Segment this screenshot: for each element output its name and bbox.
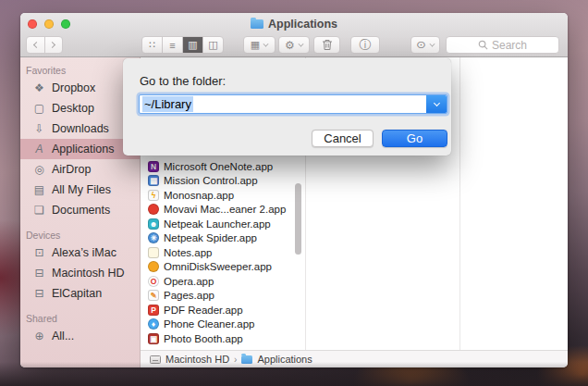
hard-drive-icon: [150, 355, 161, 364]
chevron-down-icon: [433, 99, 439, 106]
sidebar-item-airdrop[interactable]: ◎ AirDrop: [20, 159, 140, 180]
sidebar-item-all-my-files[interactable]: ▤ All My Files: [20, 180, 140, 200]
file-row[interactable]: ♦ Phone Cleaner.app: [141, 318, 305, 332]
app-icon: P: [148, 305, 159, 316]
app-icon: ♦: [148, 318, 159, 330]
sidebar-item-label: Desktop: [52, 102, 94, 115]
back-forward-group: [26, 36, 63, 54]
file-row[interactable]: Movavi Mac...eaner 2.app: [141, 203, 305, 218]
file-name: PDF Reader.app: [164, 305, 243, 316]
file-name: Phone Cleaner.app: [164, 318, 254, 330]
folder-icon: [241, 355, 252, 364]
action-menu-button[interactable]: ⚙: [278, 36, 310, 54]
window-title: Applications: [268, 18, 337, 31]
sidebar-item-label: Documents: [52, 204, 110, 217]
sidebar-item-label: Dropbox: [52, 81, 95, 94]
hard-drive-icon: ⊟: [32, 287, 46, 300]
chevron-left-icon: [33, 42, 40, 48]
chevron-right-icon: [49, 42, 55, 48]
downloads-icon: ⇩: [32, 122, 46, 135]
sidebar-item-alexas-imac[interactable]: ⊡ Alexa’s iMac: [20, 243, 140, 263]
sidebar-header-shared: Shared: [20, 311, 140, 326]
app-icon: O: [148, 276, 159, 287]
get-info-button[interactable]: ⓘ: [350, 36, 380, 54]
column-view-icon: ▥: [188, 39, 197, 51]
sidebar-item-dropbox[interactable]: ❖ Dropbox: [20, 78, 140, 98]
applications-icon: A: [32, 143, 46, 156]
cancel-button-label: Cancel: [324, 131, 361, 145]
all-my-files-icon: ▤: [32, 183, 46, 196]
search-placeholder: Search: [492, 39, 527, 52]
path-item-disk[interactable]: Macintosh HD: [165, 354, 229, 365]
trash-icon: [322, 39, 333, 51]
sidebar-item-documents[interactable]: ❏ Documents: [20, 200, 140, 220]
file-row[interactable]: ▣ Photo Booth.app: [141, 331, 305, 346]
sidebar-item-label: AirDrop: [52, 163, 91, 176]
eye-icon: ⊙: [416, 39, 426, 51]
search-input[interactable]: Search: [446, 36, 559, 54]
file-name: Opera.app: [164, 276, 214, 287]
dialog-label: Go to the folder:: [140, 74, 226, 88]
sidebar-item-label: All...: [52, 330, 74, 342]
window-chrome: Applications ∷ ≡ ▥ ◫ ▦ ⚙: [20, 13, 568, 57]
hard-drive-icon: ⊟: [32, 267, 46, 280]
chevron-down-icon: [263, 41, 269, 46]
cancel-button[interactable]: Cancel: [312, 130, 374, 147]
sidebar-item-downloads[interactable]: ⇩ Downloads: [20, 118, 140, 139]
file-row[interactable]: ϟ Monosnap.app: [141, 188, 305, 203]
documents-icon: ❏: [32, 204, 46, 217]
sidebar-item-elcapitan[interactable]: ⊟ ElCapitan: [20, 283, 140, 304]
airdrop-icon: ◎: [32, 163, 46, 176]
file-row[interactable]: OmniDiskSweeper.app: [141, 260, 305, 275]
folder-path-input[interactable]: ~/Library: [139, 94, 447, 114]
combo-dropdown-button[interactable]: [426, 95, 447, 113]
app-icon: ▣: [148, 333, 159, 344]
scrollbar-thumb[interactable]: [295, 183, 301, 255]
list-view-button[interactable]: ≡: [163, 37, 183, 53]
back-button[interactable]: [27, 37, 45, 53]
sidebar-item-macintosh-hd[interactable]: ⊟ Macintosh HD: [20, 263, 140, 283]
file-name: Microsoft OneNote.app: [164, 161, 273, 172]
folder-path-value: ~/Library: [142, 96, 193, 112]
file-name: Netpeak Spider.app: [164, 232, 257, 243]
column-divider: [459, 57, 460, 350]
sidebar-item-label: Applications: [52, 143, 114, 156]
path-separator: ›: [234, 355, 237, 365]
file-row[interactable]: P PDF Reader.app: [141, 303, 305, 318]
gear-icon: ⚙: [285, 39, 295, 52]
show-hidden-files-button[interactable]: ⊙: [410, 36, 440, 54]
path-item-folder[interactable]: Applications: [257, 354, 312, 365]
file-name: Pages.app: [164, 290, 214, 301]
coverflow-view-button[interactable]: ◫: [203, 37, 223, 53]
sidebar-item-applications[interactable]: A Applications: [20, 139, 140, 159]
sidebar-item-desktop[interactable]: ▢ Desktop: [20, 98, 140, 118]
file-name: Netpeak Launcher.app: [164, 218, 271, 230]
file-name: Notes.app: [164, 247, 212, 258]
app-icon: N: [148, 161, 159, 172]
sidebar-item-label: Alexa’s iMac: [52, 246, 116, 259]
file-row[interactable]: N Microsoft OneNote.app: [141, 159, 305, 174]
delete-button[interactable]: [313, 36, 340, 54]
forward-button[interactable]: [45, 37, 63, 53]
file-row[interactable]: ✳ Netpeak Spider.app: [141, 231, 305, 246]
file-row[interactable]: ☻ Netpeak Launcher.app: [141, 217, 305, 231]
arrange-button[interactable]: ▦: [243, 36, 276, 54]
coverflow-view-icon: ◫: [208, 39, 217, 51]
column-view-button[interactable]: ▥: [183, 37, 203, 53]
sidebar-item-all-shared[interactable]: ⊕ All...: [20, 326, 140, 346]
search-icon: [478, 40, 488, 50]
file-row[interactable]: O Opera.app: [141, 274, 305, 289]
file-row[interactable]: Notes.app: [141, 245, 305, 260]
app-icon: ▦: [148, 175, 159, 186]
sidebar-header-devices: Devices: [20, 228, 140, 243]
arrange-grid-icon: ▦: [251, 39, 260, 51]
file-row[interactable]: ✎ Pages.app: [141, 289, 305, 304]
icon-view-button[interactable]: ∷: [142, 37, 163, 53]
go-button-label: Go: [407, 131, 423, 145]
imac-icon: ⊡: [32, 246, 46, 259]
file-row[interactable]: ▦ Mission Control.app: [141, 174, 305, 189]
app-icon: ✎: [148, 290, 159, 301]
globe-icon: ⊕: [32, 330, 46, 342]
view-switcher: ∷ ≡ ▥ ◫: [141, 36, 224, 54]
go-button[interactable]: Go: [382, 130, 447, 147]
